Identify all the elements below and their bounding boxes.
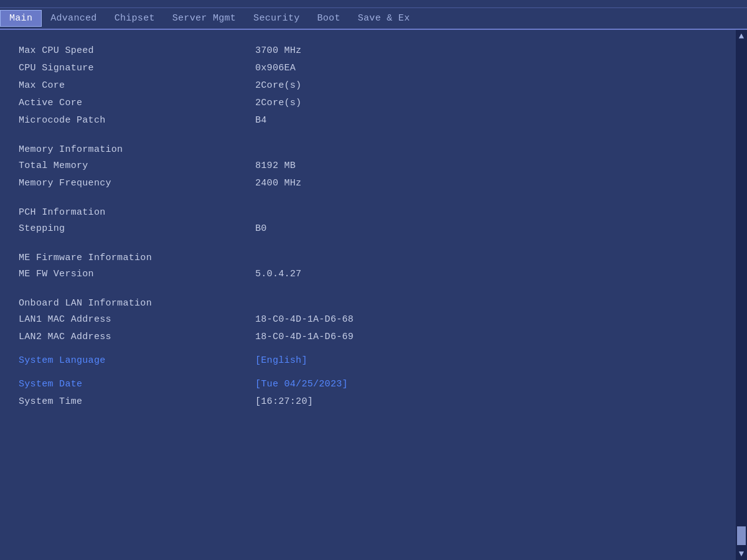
- info-label-stepping: Stepping: [19, 223, 255, 234]
- info-row: CPU Signature0x906EA: [19, 60, 728, 76]
- info-value-system-language[interactable]: [English]: [255, 355, 308, 366]
- info-value-system-date[interactable]: [Tue 04/25/2023]: [255, 379, 348, 390]
- info-label-max-core: Max Core: [19, 80, 255, 91]
- info-row: System Date[Tue 04/25/2023]: [19, 376, 728, 392]
- info-row: Total Memory8192 MB: [19, 157, 728, 174]
- info-row: System Language[English]: [19, 352, 728, 368]
- spacer-19: [19, 346, 728, 352]
- menu-bar: MainAdvancedChipsetServer MgmtSecurityBo…: [0, 8, 747, 30]
- section-header-onboard-lan-information: Onboard LAN Information: [19, 298, 728, 309]
- menu-item-server-mgmt[interactable]: Server Mgmt: [164, 11, 245, 26]
- info-row: LAN1 MAC Address18-C0-4D-1A-D6-68: [19, 311, 728, 327]
- menu-item-boot[interactable]: Boot: [309, 11, 349, 26]
- info-row: Max Core2Core(s): [19, 77, 728, 93]
- scrollbar-thumb[interactable]: [737, 526, 746, 545]
- info-row: Microcode PatchB4: [19, 112, 728, 128]
- info-label-cpu-signature: CPU Signature: [19, 63, 255, 73]
- spacer-15: [19, 283, 728, 289]
- info-label-lan1-mac-address: LAN1 MAC Address: [19, 314, 255, 325]
- info-value-lan1-mac-address: 18-C0-4D-1A-D6-68: [255, 314, 354, 325]
- info-value-microcode-patch: B4: [255, 115, 267, 126]
- menu-item-security[interactable]: Security: [245, 11, 308, 26]
- info-row: ME FW Version5.0.4.27: [19, 266, 728, 282]
- section-header-memory-information: Memory Information: [19, 144, 728, 155]
- info-row: Max CPU Speed3700 MHz: [19, 42, 728, 58]
- info-row: Memory Frequency2400 MHz: [19, 175, 728, 191]
- scroll-up-arrow[interactable]: ▲: [738, 30, 745, 42]
- info-value-cpu-signature: 0x906EA: [255, 63, 296, 73]
- info-label-me-fw-version: ME FW Version: [19, 269, 255, 279]
- bios-screen: MainAdvancedChipsetServer MgmtSecurityBo…: [0, 0, 747, 560]
- menu-item-main[interactable]: Main: [0, 10, 42, 27]
- info-row: System Time[16:27:20]: [19, 393, 728, 409]
- spacer-9: [19, 192, 728, 198]
- info-value-total-memory: 8192 MB: [255, 161, 296, 171]
- scrollbar[interactable]: ▲ ▼: [736, 30, 747, 560]
- info-label-microcode-patch: Microcode Patch: [19, 115, 255, 126]
- spacer-5: [19, 129, 728, 136]
- info-label-total-memory: Total Memory: [19, 161, 255, 171]
- info-value-active-core: 2Core(s): [255, 98, 301, 108]
- info-label-system-time: System Time: [19, 396, 255, 407]
- info-value-system-time: [16:27:20]: [255, 396, 313, 407]
- scroll-down-arrow[interactable]: ▼: [738, 548, 745, 560]
- info-value-lan2-mac-address: 18-C0-4D-1A-D6-69: [255, 332, 354, 342]
- info-row: Active Core2Core(s): [19, 95, 728, 111]
- section-header-pch-information: PCH Information: [19, 207, 728, 218]
- main-content: Max CPU Speed3700 MHzCPU Signature0x906E…: [0, 30, 747, 560]
- info-value-memory-frequency: 2400 MHz: [255, 178, 301, 189]
- info-label-system-date[interactable]: System Date: [19, 379, 255, 390]
- menu-item-advanced[interactable]: Advanced: [42, 11, 105, 26]
- menu-item-chipset[interactable]: Chipset: [106, 11, 164, 26]
- info-value-stepping: B0: [255, 223, 267, 234]
- info-label-max-cpu-speed: Max CPU Speed: [19, 45, 255, 56]
- info-row: SteppingB0: [19, 220, 728, 236]
- section-header-me-firmware-information: ME Firmware Information: [19, 253, 728, 263]
- info-value-me-fw-version: 5.0.4.27: [255, 269, 301, 279]
- info-label-memory-frequency: Memory Frequency: [19, 178, 255, 189]
- info-label-lan2-mac-address: LAN2 MAC Address: [19, 332, 255, 342]
- title-bar: [0, 0, 747, 8]
- info-row: LAN2 MAC Address18-C0-4D-1A-D6-69: [19, 329, 728, 345]
- spacer-12: [19, 238, 728, 244]
- info-value-max-core: 2Core(s): [255, 80, 301, 91]
- info-value-max-cpu-speed: 3700 MHz: [255, 45, 301, 56]
- spacer-21: [19, 370, 728, 376]
- info-label-system-language[interactable]: System Language: [19, 355, 255, 366]
- info-label-active-core: Active Core: [19, 98, 255, 108]
- menu-item-save-&-ex[interactable]: Save & Ex: [349, 11, 419, 26]
